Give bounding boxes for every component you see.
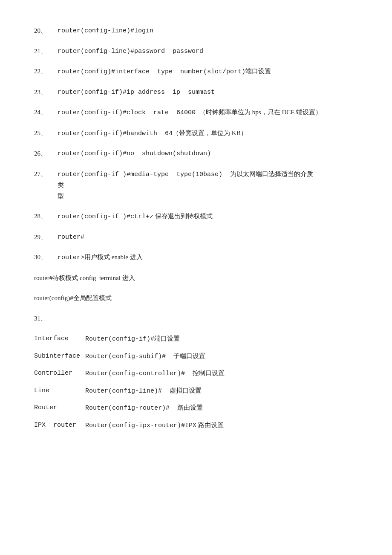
- line-number: 24、: [34, 107, 58, 119]
- line-text: router(config-if)#no shutdown(shutdown): [58, 148, 358, 159]
- line-item: 22、 router(config)#interface type number…: [34, 66, 358, 78]
- line-text: router(config-if )#ctrl+z 保存退出到特权模式: [58, 211, 358, 223]
- line-item: 21、 router(config-line)#password passwor…: [34, 46, 358, 57]
- table-col1: Subinterface: [34, 351, 85, 362]
- line-text: router(config)#interface type number(slo…: [58, 66, 358, 78]
- block-item: router(config)#全局配置模式: [34, 293, 358, 304]
- line-number: 29、: [34, 232, 58, 243]
- line-number: 30、: [34, 252, 58, 263]
- line-continuation: 类: [34, 180, 358, 191]
- main-content: 20、 router(config-line)#login 21、 router…: [34, 26, 358, 431]
- table-col2: Router(config-ipx-router)#IPX 路由设置: [85, 420, 224, 431]
- line-item: 25、 router(config-if)#bandwith 64（带宽设置，单…: [34, 128, 358, 139]
- line-number: 26、: [34, 148, 58, 159]
- table-row: Interface Router(config-if)#端口设置: [34, 333, 358, 345]
- block-text: router#特权模式 config terminal 进入: [34, 275, 135, 281]
- table-col2: Router(config-subif)# 子端口设置: [85, 351, 205, 362]
- table-row: Line Router(config-line)# 虚拟口设置: [34, 385, 358, 397]
- line-number: 23、: [34, 87, 58, 98]
- table-col1: Controller: [34, 368, 85, 379]
- table-col1: Line: [34, 385, 85, 397]
- table-col2: Router(config-if)#端口设置: [85, 333, 180, 345]
- table-row: IPX router Router(config-ipx-router)#IPX…: [34, 420, 358, 431]
- line-item: 23、 router(config-if)#ip address ip summ…: [34, 87, 358, 98]
- block-text: router(config)#全局配置模式: [34, 295, 112, 301]
- line-text: router(config-if)#ip address ip summast: [58, 87, 358, 98]
- line-text: router(config-if )#media-type type(10bas…: [58, 169, 358, 180]
- table-col1: IPX router: [34, 420, 85, 431]
- line-text: [58, 313, 358, 324]
- config-table: Interface Router(config-if)#端口设置 Subinte…: [34, 333, 358, 431]
- line-item: 27、 router(config-if )#media-type type(1…: [34, 169, 358, 202]
- block-item: router#特权模式 config terminal 进入: [34, 273, 358, 284]
- line-number: 27、: [34, 169, 58, 180]
- line-text: router>用户模式 enable 进入: [58, 252, 358, 263]
- line-item: 29、 router#: [34, 232, 358, 243]
- line-number: 31、: [34, 313, 58, 324]
- line-item: 31、: [34, 313, 358, 324]
- line-item: 30、 router>用户模式 enable 进入: [34, 252, 358, 263]
- table-col1: Router: [34, 402, 85, 414]
- table-row: Subinterface Router(config-subif)# 子端口设置: [34, 351, 358, 362]
- line-text: router#: [58, 232, 358, 243]
- line-item: 28、 router(config-if )#ctrl+z 保存退出到特权模式: [34, 211, 358, 223]
- line-number: 25、: [34, 128, 58, 139]
- line-number: 22、: [34, 66, 58, 78]
- line-item: 20、 router(config-line)#login: [34, 26, 358, 37]
- line-continuation2: 型: [34, 191, 358, 202]
- line-text: router(config-line)#login: [58, 26, 358, 37]
- table-row: Controller Router(config-controller)# 控制…: [34, 368, 358, 379]
- line-item: 24、 router(config-if)#clock rate 64000 （…: [34, 107, 358, 119]
- line-number: 28、: [34, 211, 58, 223]
- line-item: 26、 router(config-if)#no shutdown(shutdo…: [34, 148, 358, 159]
- line-text: router(config-if)#bandwith 64（带宽设置，单位为 K…: [58, 128, 358, 139]
- table-col1: Interface: [34, 333, 85, 345]
- line-number: 20、: [34, 26, 58, 37]
- line-number: 21、: [34, 46, 58, 57]
- line-text: router(config-line)#password password: [58, 46, 358, 57]
- table-row: Router Router(config-router)# 路由设置: [34, 402, 358, 414]
- line-text: router(config-if)#clock rate 64000 （时钟频率…: [58, 107, 358, 119]
- table-col2: Router(config-router)# 路由设置: [85, 402, 203, 414]
- table-col2: Router(config-controller)# 控制口设置: [85, 368, 225, 379]
- table-col2: Router(config-line)# 虚拟口设置: [85, 385, 202, 397]
